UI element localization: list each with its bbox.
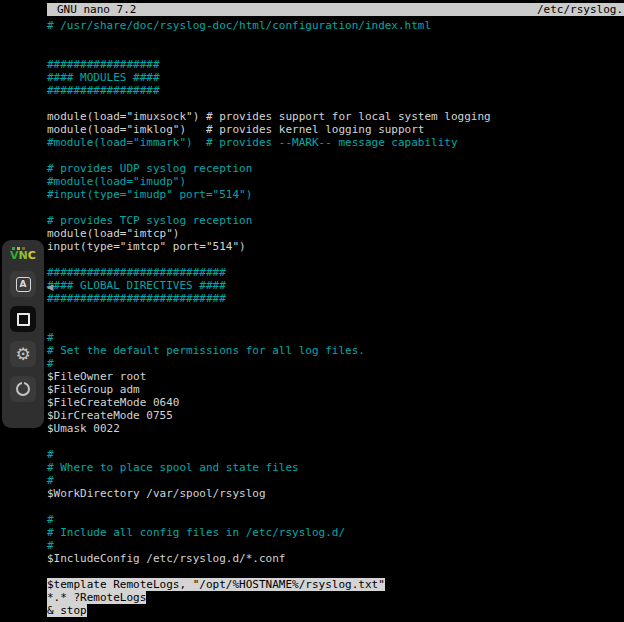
fullscreen-button[interactable] — [10, 306, 36, 332]
editor-line — [47, 201, 624, 214]
editor-line — [47, 565, 624, 578]
editor-line: $DirCreateMode 0755 — [47, 409, 624, 422]
editor-line — [47, 435, 624, 448]
editor-line: module(load="imtcp") — [47, 227, 624, 240]
editor-line: ################# — [47, 58, 624, 71]
editor-line: # — [47, 331, 624, 344]
editor-line: & stop — [47, 604, 624, 617]
nano-titlebar: GNU nano 7.2 /etc/rsyslog. — [47, 3, 624, 16]
editor-line: #### MODULES #### — [47, 71, 624, 84]
editor-line: $FileCreateMode 0640 — [47, 396, 624, 409]
editor-line: # Set the default permissions for all lo… — [47, 344, 624, 357]
power-button[interactable] — [10, 376, 36, 402]
editor-line: #module(load="immark") # provides --MARK… — [47, 136, 624, 149]
editor-line — [47, 149, 624, 162]
editor-line: # provides UDP syslog reception — [47, 162, 624, 175]
editor-line — [47, 500, 624, 513]
fullscreen-icon — [17, 313, 30, 326]
clipboard-icon: A — [16, 277, 31, 292]
editor-line — [47, 253, 624, 266]
editor-line: $IncludeConfig /etc/rsyslog.d/*.conf — [47, 552, 624, 565]
editor-line: $FileOwner root — [47, 370, 624, 383]
editor-line: ########################### — [47, 266, 624, 279]
editor-line: # — [47, 513, 624, 526]
terminal-window[interactable]: GNU nano 7.2 /etc/rsyslog. # /usr/share/… — [47, 3, 624, 617]
editor-line — [47, 97, 624, 110]
editor-line: $FileGroup adm — [47, 383, 624, 396]
editor-content[interactable]: # /usr/share/doc/rsyslog-doc/html/config… — [47, 19, 624, 617]
editor-line: #input(type="imudp" port="514") — [47, 188, 624, 201]
chevron-left-icon: ◀ — [47, 282, 54, 292]
editor-line: # Include all config files in /etc/rsysl… — [47, 526, 624, 539]
editor-line: #### GLOBAL DIRECTIVES #### — [47, 279, 624, 292]
power-icon — [16, 382, 30, 396]
novnc-logo: VNC — [10, 250, 36, 262]
editor-line: #module(load="imudp") — [47, 175, 624, 188]
editor-line: $WorkDirectory /var/spool/rsyslog — [47, 487, 624, 500]
editor-line — [47, 305, 624, 318]
editor-line: $Umask 0022 — [47, 422, 624, 435]
gear-icon: ⚙ — [15, 346, 30, 363]
editor-line: $template RemoteLogs, "/opt/%HOSTNAME%/r… — [47, 578, 624, 591]
editor-line: *.* ?RemoteLogs — [47, 591, 624, 604]
editor-line: # — [47, 448, 624, 461]
editor-line: # Where to place spool and state files — [47, 461, 624, 474]
editor-line — [47, 32, 624, 45]
settings-button[interactable]: ⚙ — [10, 341, 36, 367]
nano-version-label: GNU nano 7.2 — [57, 3, 136, 16]
editor-line: module(load="imklog") # provides kernel … — [47, 123, 624, 136]
clipboard-button[interactable]: A — [10, 271, 36, 297]
editor-line — [47, 318, 624, 331]
editor-line: # provides TCP syslog reception — [47, 214, 624, 227]
editor-line: module(load="imuxsock") # provides suppo… — [47, 110, 624, 123]
novnc-control-bar[interactable]: VNC A ⚙ — [2, 240, 44, 428]
panel-collapse-handle[interactable]: ◀ — [44, 276, 56, 298]
novnc-drag-handle[interactable]: VNC — [10, 247, 36, 262]
editor-line: # — [47, 539, 624, 552]
editor-line: # — [47, 357, 624, 370]
editor-line: # — [47, 474, 624, 487]
editor-line — [47, 45, 624, 58]
editor-line: ################# — [47, 84, 624, 97]
editor-line: # /usr/share/doc/rsyslog-doc/html/config… — [47, 19, 624, 32]
editor-line: input(type="imtcp" port="514") — [47, 240, 624, 253]
editor-line: ########################### — [47, 292, 624, 305]
nano-filename: /etc/rsyslog. — [537, 3, 624, 16]
